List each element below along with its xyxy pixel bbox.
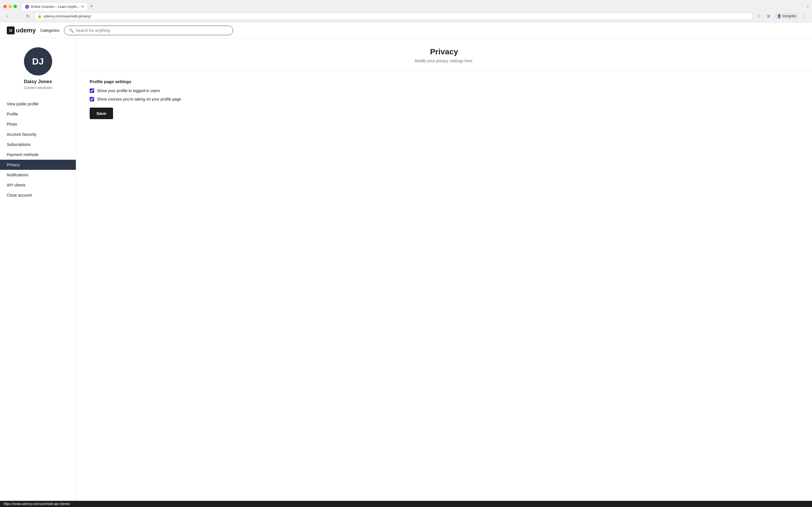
- menu-icon[interactable]: ⋮: [801, 12, 809, 20]
- privacy-subtitle: Modify your privacy settings here.: [83, 59, 805, 63]
- incognito-button[interactable]: 👤 Incognito: [774, 13, 799, 19]
- sidebar-item-notifications[interactable]: Notifications: [0, 170, 76, 180]
- privacy-title: Privacy: [83, 47, 805, 56]
- setting2-label: Show courses you're taking on your profi…: [97, 97, 181, 101]
- avatar-section: DJ Daisy Jones Content Marketer: [0, 43, 76, 97]
- sidebar-item-label-payment-methods: Payment methods: [0, 150, 76, 160]
- status-bar: https://www.udemy.com/user/edit-api-clie…: [0, 501, 812, 504]
- sidebar-item-label-privacy: Privacy: [0, 160, 76, 170]
- status-url: https://www.udemy.com/user/edit-api-clie…: [3, 502, 70, 504]
- sidebar-item-view-public-profile[interactable]: View public profile: [0, 99, 76, 109]
- sidebar-item-payment-methods[interactable]: Payment methods: [0, 150, 76, 160]
- user-title: Content Marketer: [24, 86, 52, 90]
- lock-icon: 🔒: [38, 14, 42, 18]
- bookmark-icon[interactable]: ☆: [755, 12, 763, 20]
- categories-button[interactable]: Categories: [40, 28, 59, 33]
- sidebar-item-api-clients[interactable]: API clients: [0, 180, 76, 190]
- sidebar-item-close-account[interactable]: Close account: [0, 190, 76, 200]
- page-content: DJ Daisy Jones Content Marketer View pub…: [0, 38, 812, 504]
- sidebar-item-account-security[interactable]: Account Security: [0, 129, 76, 139]
- browser-tab[interactable]: Online Courses – Learn Anythi... ✕: [21, 3, 88, 10]
- setting2-item[interactable]: Show courses you're taking on your profi…: [90, 97, 260, 101]
- incognito-label: Incognito: [782, 14, 796, 18]
- sidebar-item-label-view-public-profile: View public profile: [0, 99, 76, 109]
- section-title: Profile page settings: [90, 79, 260, 84]
- save-button[interactable]: Save: [90, 108, 113, 119]
- address-url: udemy.com/user/edit-privacy/: [43, 14, 91, 18]
- setting1-label: Show your profile to logged-in users: [97, 89, 160, 93]
- address-bar[interactable]: 🔒 udemy.com/user/edit-privacy/: [34, 13, 753, 20]
- sidebar: DJ Daisy Jones Content Marketer View pub…: [0, 38, 76, 504]
- sidebar-item-subscriptions[interactable]: Subscriptions: [0, 139, 76, 150]
- sidebar-item-label-profile: Profile: [0, 109, 76, 119]
- setting2-checkbox[interactable]: [90, 97, 94, 101]
- sidebar-item-profile[interactable]: Profile: [0, 109, 76, 119]
- logo-text: udemy: [16, 27, 36, 34]
- search-bar[interactable]: 🔍: [64, 25, 233, 35]
- udemy-logo-icon: [7, 26, 15, 34]
- tab-close-button[interactable]: ✕: [81, 4, 84, 9]
- tab-favicon: [25, 5, 29, 9]
- sidebar-nav: View public profileProfilePhotoAccount S…: [0, 97, 76, 203]
- sidebar-item-label-api-clients: API clients: [0, 180, 76, 190]
- sidebar-item-photo[interactable]: Photo: [0, 119, 76, 129]
- user-name: Daisy Jones: [24, 79, 52, 84]
- forward-button[interactable]: ›: [13, 12, 21, 20]
- back-button[interactable]: ‹: [3, 12, 11, 20]
- privacy-header: Privacy Modify your privacy settings her…: [76, 38, 812, 70]
- sidebar-item-label-photo: Photo: [0, 119, 76, 129]
- udemy-logo[interactable]: udemy: [7, 26, 36, 34]
- new-tab-button[interactable]: +: [89, 2, 94, 10]
- reload-button[interactable]: ↻: [24, 12, 32, 20]
- main-content: Privacy Modify your privacy settings her…: [76, 38, 812, 504]
- site-header: udemy Categories 🔍: [0, 22, 812, 38]
- tab-title: Online Courses – Learn Anythi...: [31, 5, 80, 9]
- sidebar-item-label-account-security: Account Security: [0, 129, 76, 139]
- search-icon: 🔍: [69, 28, 73, 33]
- setting1-checkbox[interactable]: [90, 89, 94, 93]
- sidebar-item-label-close-account: Close account: [0, 190, 76, 200]
- sidebar-item-privacy[interactable]: Privacy: [0, 160, 76, 170]
- search-input[interactable]: [76, 28, 229, 33]
- sidebar-item-label-notifications: Notifications: [0, 170, 76, 180]
- profile-switcher-icon[interactable]: ⊞: [765, 12, 772, 20]
- setting1-item[interactable]: Show your profile to logged-in users: [90, 89, 260, 93]
- sidebar-item-label-subscriptions: Subscriptions: [0, 139, 76, 150]
- incognito-avatar-icon: 👤: [777, 14, 781, 18]
- tab-bar-chevron: ›: [807, 4, 809, 9]
- traffic-light-close[interactable]: [3, 5, 7, 8]
- settings-section: Profile page settings Show your profile …: [76, 70, 273, 128]
- traffic-light-fullscreen[interactable]: [13, 5, 17, 8]
- avatar: DJ: [24, 47, 52, 75]
- traffic-light-minimize[interactable]: [8, 5, 12, 8]
